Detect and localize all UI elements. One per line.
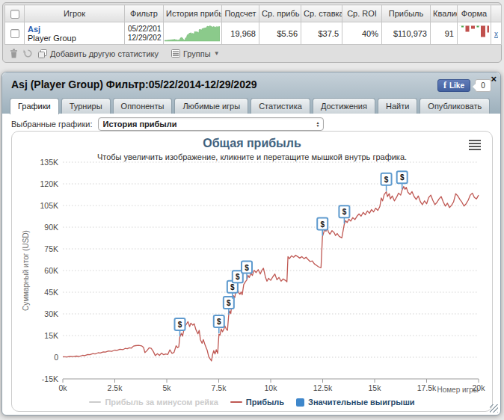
form-cell	[458, 22, 491, 45]
x-tick-label: 12.5k	[313, 383, 333, 392]
remove-row-link[interactable]: x	[494, 30, 498, 38]
add-statistic-button[interactable]: Добавить другую статистику	[38, 49, 159, 58]
legend-label: Прибыль за минусом рейка	[105, 398, 218, 407]
y-tick-label: 15K	[44, 331, 58, 340]
legend-label: Значительные выигрыши	[308, 398, 415, 407]
y-tick-label: 30K	[44, 309, 58, 318]
chart-select[interactable]: История прибыли ▲▼	[98, 117, 324, 131]
x-tick-label: 0k	[58, 383, 67, 392]
chart-select-value: История прибыли	[102, 120, 176, 129]
y-tick-label: 105K	[40, 201, 58, 210]
form-sparkline	[459, 23, 489, 42]
y-tick-label: 75K	[44, 244, 58, 253]
player-name-link[interactable]: Asj	[28, 25, 121, 34]
facebook-icon: f	[443, 80, 446, 91]
tab-7[interactable]: Найти	[378, 98, 417, 114]
significant-win-marker[interactable]: $	[381, 173, 392, 191]
avg-stake-cell: $37.5	[301, 22, 342, 45]
profit-history-cell	[164, 22, 222, 45]
x-tick-label: 5k	[162, 383, 171, 392]
tab-3[interactable]: Оппоненты	[113, 98, 173, 114]
legend-item-3[interactable]: Значительные выигрыши	[296, 398, 415, 407]
player-cell: Asj Player Group	[25, 22, 125, 45]
tab-6[interactable]: Достижения	[313, 98, 375, 114]
row-select-cell	[5, 22, 25, 45]
svg-text:$: $	[178, 321, 182, 329]
refresh-icon	[23, 49, 33, 58]
row-checkbox[interactable]	[10, 29, 19, 38]
x-axis-title: Номер игры	[437, 386, 479, 394]
column-header-count[interactable]: Подсчет	[222, 5, 259, 22]
column-header-avg-roi[interactable]: Ср. ROI	[342, 5, 382, 22]
y-axis-title: Суммарный итог (USD)	[22, 230, 30, 311]
remove-cell: x	[491, 22, 502, 45]
column-header-qualif[interactable]: Квалиф	[431, 5, 458, 22]
player-detail-panel: Asj (Player Group) Фильтр:05/22/2014-12/…	[1, 72, 501, 416]
close-panel-button[interactable]: ×	[491, 74, 497, 84]
y-tick-label: 60K	[44, 266, 58, 275]
y-tick-label: 90K	[44, 223, 58, 232]
avg-roi-cell: 40%	[342, 22, 382, 45]
profit-line-series[interactable]	[63, 187, 479, 362]
filter-cell: 05/22/201 12/29/202	[125, 22, 164, 45]
legend-item-1[interactable]: Прибыль за минусом рейка	[89, 398, 218, 407]
tab-8[interactable]: Опубликовать	[420, 98, 490, 114]
legend-line-swatch	[230, 401, 242, 403]
x-tick-label: 17.5k	[417, 383, 437, 392]
groups-label: Группы	[183, 49, 211, 58]
stats-header-row: Игрок Фильтр История прибы Подсчет Ср. п…	[5, 5, 502, 22]
table-row[interactable]: Asj Player Group 05/22/201 12/29/202 19,…	[5, 22, 502, 45]
svg-text:$: $	[342, 208, 347, 216]
column-header-avg-profit[interactable]: Ср. прибь	[259, 5, 301, 22]
significant-win-marker[interactable]: $	[224, 297, 234, 315]
legend-item-2[interactable]: Прибыль	[230, 398, 284, 407]
player-type-label: Player Group	[28, 34, 121, 43]
column-header-form[interactable]: Форма	[458, 5, 491, 22]
delete-button[interactable]	[9, 49, 18, 58]
select-arrows-icon: ▲▼	[316, 121, 320, 127]
x-tick-label: 10k	[265, 383, 278, 392]
refresh-button[interactable]	[23, 49, 33, 58]
count-cell: 19,968	[222, 22, 259, 45]
table-toolbar: Добавить другую статистику Группы ▼	[4, 45, 500, 61]
legend-line-swatch	[89, 401, 101, 403]
chart-legend: Прибыль за минусом рейкаПрибыльЗначитель…	[12, 398, 492, 407]
facebook-like-button[interactable]: f Like	[437, 79, 470, 92]
significant-win-marker[interactable]: $	[397, 171, 408, 189]
profit-history-sparkline	[165, 23, 220, 42]
column-header-filter[interactable]: Фильтр	[125, 5, 164, 22]
column-header-profit[interactable]: Прибыль	[382, 5, 431, 22]
column-header-profit-history[interactable]: История прибы	[164, 5, 222, 22]
tab-1[interactable]: Графики	[10, 98, 59, 114]
profit-cell: $110,973	[382, 22, 431, 45]
significant-win-marker[interactable]: $	[317, 218, 328, 236]
filter-date-to: 12/29/202	[128, 34, 160, 43]
groups-icon	[171, 49, 180, 58]
x-tick-label: 2.5k	[108, 383, 123, 392]
column-header-avg-stake[interactable]: Ср. ставка	[301, 5, 342, 22]
column-header-player[interactable]: Игрок	[25, 5, 125, 22]
y-tick-label: 45K	[44, 288, 58, 297]
qualif-cell: 91	[431, 22, 458, 45]
legend-label: Прибыль	[246, 398, 284, 407]
trash-icon	[9, 49, 18, 58]
svg-text:$: $	[245, 264, 249, 272]
filter-date-from: 05/22/201	[128, 25, 160, 34]
select-all-checkbox[interactable]	[10, 10, 19, 19]
groups-button[interactable]: Группы ▼	[171, 49, 220, 58]
chart-plot-area[interactable]: 135K120K105K90K75K60K45K30K15K0-15K0k2.5…	[12, 132, 492, 411]
resize-grip-icon[interactable]	[490, 404, 498, 413]
stats-table-container: Игрок Фильтр История прибы Подсчет Ср. п…	[2, 2, 502, 63]
tab-4[interactable]: Любимые игры	[174, 98, 248, 114]
column-header-remove	[491, 5, 502, 22]
copy-icon	[38, 49, 47, 58]
tab-2[interactable]: Турниры	[61, 98, 111, 114]
panel-header: Asj (Player Group) Фильтр:05/22/2014-12/…	[2, 72, 500, 114]
legend-square-swatch	[296, 398, 304, 407]
chevron-down-icon: ▼	[214, 50, 220, 57]
chart-select-label: Выбранные графики:	[11, 120, 92, 129]
column-header-select	[5, 5, 25, 22]
svg-text:$: $	[217, 318, 221, 326]
profit-chart-container: Общая прибыль Чтобы увеличить изображени…	[11, 131, 493, 412]
tab-5[interactable]: Статистика	[251, 98, 310, 114]
